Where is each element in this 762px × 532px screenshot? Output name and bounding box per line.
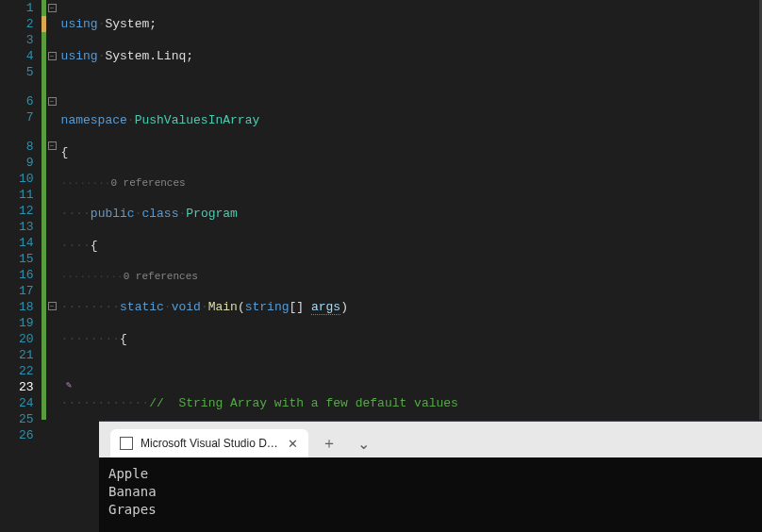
fold-toggle[interactable]: − [48, 141, 57, 150]
tab-chevron-down-icon[interactable]: ⌄ [350, 429, 377, 457]
output-line: Banana [108, 484, 157, 499]
brackets: [] [290, 300, 305, 314]
code-fold-gutter[interactable]: − − − − − [46, 0, 59, 420]
class-kw: class [141, 207, 178, 221]
output-line: Apple [108, 466, 148, 481]
code-content[interactable]: using·using System;System; using·System.… [59, 0, 762, 420]
terminal-tabstrip: Microsoft Visual Studio Debug ✕ ＋ ⌄ [99, 422, 762, 457]
terminal-panel[interactable]: Microsoft Visual Studio Debug ✕ ＋ ⌄ Appl… [99, 421, 762, 532]
namespace-name: PushValuesInArray [135, 113, 260, 127]
fold-toggle[interactable]: − [48, 97, 57, 106]
line-number-gutter: 12345 67 8910111213141516171819202122232… [0, 0, 41, 420]
terminal-tab-icon [120, 437, 133, 450]
static-kw: static [120, 300, 164, 314]
terminal-tab[interactable]: Microsoft Visual Studio Debug ✕ [110, 429, 308, 457]
fold-toggle[interactable]: − [48, 4, 57, 12]
fold-toggle[interactable]: − [48, 52, 57, 60]
param-type: string [245, 300, 290, 314]
new-tab-button[interactable]: ＋ [314, 429, 344, 457]
output-line: Grapes [108, 502, 157, 517]
paren: ) [340, 300, 348, 314]
class-name: Program [186, 207, 238, 221]
brace: { [91, 239, 98, 253]
code-editor[interactable]: 12345 67 8910111213141516171819202122232… [0, 0, 762, 420]
void-kw: void [172, 300, 201, 314]
brace: { [120, 332, 127, 346]
comment: // String Array with a few default value… [149, 396, 458, 410]
pencil-glyph-icon: ✎ [66, 377, 72, 393]
codelens-references[interactable]: 0 references [124, 271, 198, 282]
fold-toggle[interactable]: − [48, 302, 57, 310]
public-kw: public [91, 207, 135, 221]
main-method: Main [208, 300, 238, 314]
paren: ( [238, 300, 245, 314]
brace: { [61, 145, 69, 159]
terminal-tab-title: Microsoft Visual Studio Debug [141, 437, 278, 450]
close-icon[interactable]: ✕ [286, 437, 299, 451]
terminal-output[interactable]: Apple Banana Grapes [99, 457, 762, 526]
codelens-references[interactable]: 0 references [110, 177, 185, 189]
namespace-kw: namespace [61, 113, 127, 127]
param-args: args [311, 300, 340, 315]
